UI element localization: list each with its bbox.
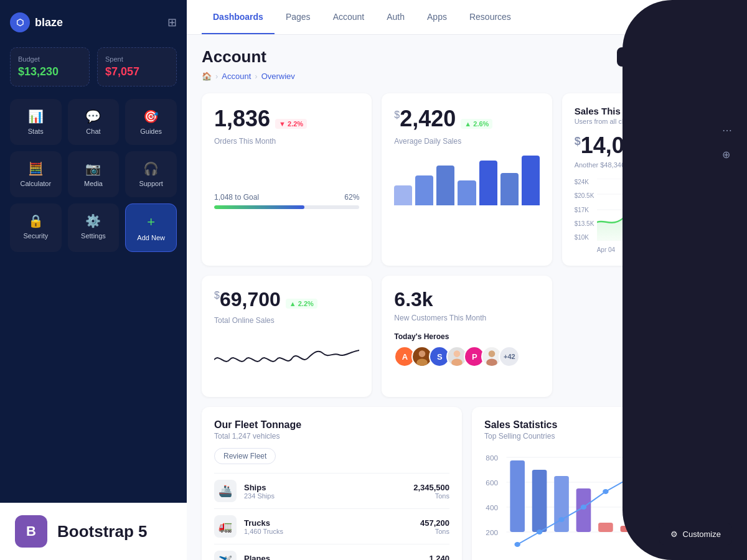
sidebar-item-guides[interactable]: 🎯 Guides: [125, 99, 177, 145]
logo-area: ⬡ blaze: [10, 12, 63, 32]
budget-row: Budget $13,230 Spent $7,057: [10, 47, 177, 86]
sidebar-item-support[interactable]: 🎧 Support: [125, 151, 177, 197]
budget-value: $13,230: [18, 65, 82, 78]
user-avatar[interactable]: U: [712, 7, 732, 27]
svg-rect-23: [621, 526, 636, 532]
daily-sales-value: $2,420: [394, 106, 456, 132]
fleet-title: Our Fleet Tonnage: [214, 419, 449, 431]
orders-value: 1,836: [214, 106, 270, 132]
trucks-count: 1,460 Trucks: [244, 528, 420, 535]
tab-account[interactable]: Account: [322, 0, 376, 34]
svg-point-28: [558, 517, 564, 522]
search-icon[interactable]: 🔍: [685, 7, 705, 27]
sales-month-value: $14,094: [575, 133, 720, 159]
right-icon-1[interactable]: ⋯: [722, 124, 732, 136]
main-content: Dashboards Pages Account Auth Apps Resou…: [187, 0, 747, 560]
orders-badge: ▼ 2.2%: [275, 119, 307, 129]
settings-label: Settings: [81, 232, 106, 240]
svg-text:60%: 60%: [694, 502, 708, 508]
create-app-button[interactable]: Create App: [669, 47, 732, 67]
daily-sales-label: Average Daily Sales: [394, 137, 539, 146]
planes-name: Planes: [244, 554, 429, 561]
customers-value: 6.3k: [394, 288, 539, 311]
wave-chart: [214, 335, 359, 385]
ships-icon: 🚢: [214, 480, 237, 502]
tab-pages[interactable]: Pages: [275, 0, 322, 34]
svg-point-26: [514, 542, 520, 547]
fleet-item-ships: 🚢 Ships 234 Ships 2,345,500 Tons: [214, 473, 449, 508]
progress-row: 1,048 to Goal 62%: [214, 193, 359, 202]
sales-month-sub: Users from all channels: [575, 118, 720, 125]
svg-point-33: [668, 457, 675, 464]
svg-rect-20: [554, 476, 569, 532]
orders-card: 1,836 ▼ 2.2% Orders This Month 1,048 to …: [202, 93, 372, 266]
tab-auth[interactable]: Auth: [375, 0, 416, 34]
svg-point-27: [537, 530, 542, 534]
invite-button[interactable]: + Invite: [617, 47, 663, 67]
sidebar-item-chat[interactable]: 💬 Chat: [68, 99, 120, 145]
svg-point-31: [625, 477, 631, 482]
sales-goal: Another $48,346 to Goal: [575, 161, 720, 169]
svg-text:100%: 100%: [694, 455, 711, 462]
page-content: Account + Invite Create App 🏠 › Account …: [187, 35, 747, 560]
topnav: Dashboards Pages Account Auth Apps Resou…: [187, 0, 747, 35]
customize-label: Customize: [683, 530, 721, 539]
sidebar-item-security[interactable]: 🔒 Security: [10, 203, 62, 252]
ships-unit: Tons: [413, 492, 449, 500]
svg-point-5: [417, 359, 428, 366]
chat-icon: 💬: [85, 109, 101, 124]
breadcrumb-section[interactable]: Account: [222, 72, 251, 81]
sidebar-item-media[interactable]: 📷 Media: [68, 151, 120, 197]
customers-label: New Customers This Month: [394, 314, 539, 322]
page-title: Account: [202, 47, 266, 67]
customize-button[interactable]: ⚙ Customize: [659, 523, 732, 545]
svg-point-4: [419, 350, 426, 357]
heroes-section: Today's Heroes A S P: [394, 332, 539, 367]
svg-text:400: 400: [486, 505, 498, 511]
logo-icon: ⬡: [10, 12, 30, 32]
user-icon[interactable]: ⊞: [167, 16, 177, 29]
customers-card: 6.3k New Customers This Month Today's He…: [382, 276, 552, 397]
breadcrumb-current: Overwiev: [261, 72, 295, 81]
online-sales-value: $69,700: [214, 288, 281, 311]
ships-count: 234 Ships: [244, 492, 413, 500]
tab-apps[interactable]: Apps: [416, 0, 458, 34]
svg-point-7: [452, 359, 463, 366]
svg-point-30: [603, 489, 608, 494]
nav-right: 🔍 U: [685, 7, 732, 27]
online-sales-badge: ▲ 2.2%: [286, 299, 317, 309]
sidebar-item-settings[interactable]: ⚙️ Settings: [68, 203, 120, 252]
trucks-unit: Tons: [420, 528, 449, 535]
header-actions: + Invite Create App: [617, 47, 732, 67]
sales-line-chart: $24K $20.5K $17K $13.5K $10K: [575, 179, 720, 253]
section-grid: Our Fleet Tonnage Total 1,247 vehicles R…: [202, 407, 732, 560]
fleet-sub: Total 1,247 vehicles: [214, 432, 449, 441]
spent-label: Spent: [105, 55, 169, 63]
fleet-item-trucks: 🚛 Trucks 1,460 Trucks 457,200 Tons: [214, 508, 449, 544]
trucks-icon: 🚛: [214, 515, 237, 538]
tab-dashboards[interactable]: Dashboards: [202, 0, 275, 34]
media-label: Media: [84, 180, 103, 187]
tab-resources[interactable]: Resources: [458, 0, 522, 34]
ships-name: Ships: [244, 483, 413, 492]
sales-month-card: Sales This Months Users from all channel…: [562, 93, 732, 266]
svg-rect-19: [532, 470, 547, 532]
svg-rect-22: [598, 523, 613, 532]
sidebar-item-stats[interactable]: 📊 Stats: [10, 99, 62, 145]
sidebar-item-add-new[interactable]: + Add New: [125, 203, 177, 252]
heroes-avatars: A S P +42: [394, 346, 539, 367]
sales-month-title: Sales This Months: [575, 106, 720, 116]
daily-sales-badge: ▲ 2.6%: [461, 119, 492, 129]
guides-icon: 🎯: [143, 109, 159, 124]
right-icon-2[interactable]: ⊕: [722, 149, 732, 161]
svg-text:200: 200: [486, 530, 498, 536]
sidebar-item-calculator[interactable]: 🧮 Calculator: [10, 151, 62, 197]
breadcrumb-home[interactable]: 🏠: [202, 72, 212, 81]
trucks-value: 457,200: [420, 518, 449, 528]
support-icon: 🎧: [143, 161, 159, 176]
bootstrap-banner: B Bootstrap 5: [0, 503, 187, 560]
planes-icon: ✈️: [214, 551, 237, 560]
planes-value: 1,240: [429, 554, 449, 561]
calculator-icon: 🧮: [28, 161, 44, 176]
review-fleet-button[interactable]: Review Fleet: [214, 448, 276, 464]
